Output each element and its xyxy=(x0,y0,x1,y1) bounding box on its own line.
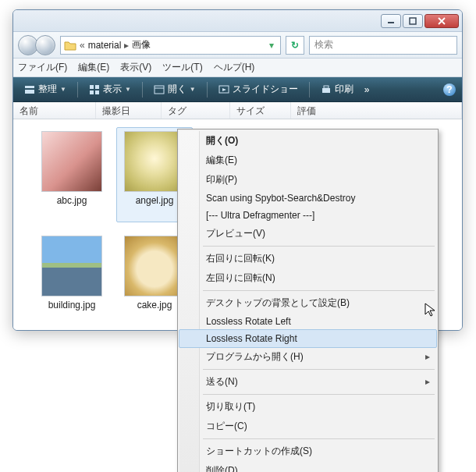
toolbar-separator xyxy=(207,82,208,98)
file-item[interactable]: abc.jpg xyxy=(34,127,110,222)
svg-rect-4 xyxy=(90,85,94,89)
views-icon xyxy=(89,84,100,95)
refresh-icon: ↻ xyxy=(291,40,299,51)
svg-rect-10 xyxy=(322,88,330,93)
nav-row: « material ▸ 画像 ▾ ↻ 検索 xyxy=(13,32,462,59)
views-label: 表示 xyxy=(103,83,122,96)
open-icon xyxy=(154,84,165,95)
column-headers: 名前 撮影日 タグ サイズ 評価 xyxy=(13,102,462,119)
views-button[interactable]: 表示 ▼ xyxy=(84,80,136,99)
breadcrumb-seg1[interactable]: material xyxy=(88,40,122,51)
menu-view[interactable]: 表示(V) xyxy=(120,61,151,74)
ctx-set-background[interactable]: デスクトップの背景として設定(B) xyxy=(179,293,436,313)
svg-rect-5 xyxy=(95,85,99,89)
menu-file[interactable]: ファイル(F) xyxy=(18,61,67,74)
submenu-arrow-icon: ▸ xyxy=(425,376,430,387)
toolbar: 整理 ▼ 表示 ▼ 開く ▼ スライドショー xyxy=(13,77,462,102)
slideshow-button[interactable]: スライドショー xyxy=(214,80,303,99)
toolbar-more[interactable]: » xyxy=(364,84,370,95)
thumbnail xyxy=(41,236,102,296)
thumbnail xyxy=(41,131,102,192)
ctx-spybot[interactable]: Scan using Spybot-Search&Destroy xyxy=(179,190,436,207)
ctx-rotate-ccw[interactable]: 左回りに回転(N) xyxy=(179,268,436,288)
ctx-print[interactable]: 印刷(P) xyxy=(179,170,436,190)
thumbnail xyxy=(124,131,185,192)
file-label: building.jpg xyxy=(48,300,96,311)
ctx-open-with-label: プログラムから開く(H) xyxy=(206,351,304,362)
help-button[interactable]: ? xyxy=(443,83,456,96)
ctx-ultra[interactable]: [--- Ultra Defragmenter ---] xyxy=(179,207,436,224)
submenu-arrow-icon: ▸ xyxy=(425,351,430,362)
ctx-open-with[interactable]: プログラムから開く(H)▸ xyxy=(179,347,436,367)
ctx-lossless-right-label: Lossless Rotate Right xyxy=(206,333,297,344)
organize-icon xyxy=(24,84,35,95)
col-rating[interactable]: 評価 xyxy=(291,102,462,119)
col-tags[interactable]: タグ xyxy=(162,102,230,119)
slideshow-icon xyxy=(218,84,229,95)
search-input[interactable]: 検索 xyxy=(309,36,457,55)
thumbnail xyxy=(124,236,185,296)
minimize-button[interactable] xyxy=(381,14,401,28)
menubar: ファイル(F) 編集(E) 表示(V) ツール(T) ヘルプ(H) xyxy=(13,59,462,77)
ctx-separator xyxy=(203,246,435,247)
ctx-send-to[interactable]: 送る(N)▸ xyxy=(179,372,436,392)
organize-button[interactable]: 整理 ▼ xyxy=(20,80,71,99)
ctx-edit[interactable]: 編集(E) xyxy=(179,151,436,170)
svg-rect-8 xyxy=(155,86,164,94)
print-label: 印刷 xyxy=(335,83,353,96)
chevron-down-icon: ▼ xyxy=(190,86,196,93)
search-placeholder: 検索 xyxy=(314,38,333,51)
svg-rect-3 xyxy=(25,90,34,94)
file-label: cake.jpg xyxy=(137,300,172,311)
ctx-lossless-left[interactable]: Lossless Rotate Left xyxy=(179,313,436,330)
svg-rect-1 xyxy=(410,18,416,24)
maximize-button[interactable] xyxy=(403,14,423,28)
col-name[interactable]: 名前 xyxy=(13,102,96,119)
ctx-rotate-cw[interactable]: 右回りに回転(K) xyxy=(179,249,436,268)
col-date[interactable]: 撮影日 xyxy=(96,102,162,119)
svg-rect-2 xyxy=(25,86,34,88)
open-label: 開く xyxy=(168,83,186,96)
print-button[interactable]: 印刷 xyxy=(316,80,358,99)
titlebar xyxy=(13,10,462,32)
breadcrumb-seg2[interactable]: 画像 xyxy=(132,38,151,51)
ctx-preview[interactable]: プレビュー(V) xyxy=(179,224,436,243)
ctx-cut[interactable]: 切り取り(T) xyxy=(179,397,436,417)
col-size[interactable]: サイズ xyxy=(230,102,291,119)
chevron-down-icon: ▼ xyxy=(125,86,131,93)
refresh-button[interactable]: ↻ xyxy=(286,36,304,55)
folder-icon xyxy=(64,40,76,51)
help-icon: ? xyxy=(446,84,452,95)
nav-forward-icon xyxy=(35,35,55,55)
menu-tool[interactable]: ツール(T) xyxy=(162,61,202,74)
toolbar-separator xyxy=(142,82,143,98)
menu-help[interactable]: ヘルプ(H) xyxy=(214,61,255,74)
ctx-shortcut[interactable]: ショートカットの作成(S) xyxy=(179,442,436,461)
ctx-copy[interactable]: コピー(C) xyxy=(179,417,436,436)
breadcrumb-dropdown[interactable]: ▾ xyxy=(266,40,277,51)
ctx-delete[interactable]: 削除(D) xyxy=(179,461,436,472)
file-label: abc.jpg xyxy=(57,195,87,206)
close-button[interactable] xyxy=(424,14,459,28)
ctx-separator xyxy=(203,394,435,395)
breadcrumb[interactable]: « material ▸ 画像 ▾ xyxy=(60,36,281,55)
breadcrumb-pre: « xyxy=(78,40,87,51)
ctx-separator xyxy=(203,290,435,291)
context-menu: 開く(O) 編集(E) 印刷(P) Scan using Spybot-Sear… xyxy=(177,129,439,472)
ctx-open[interactable]: 開く(O) xyxy=(179,131,436,151)
menu-edit[interactable]: 編集(E) xyxy=(78,61,109,74)
chevron-right-icon: ▸ xyxy=(123,40,130,51)
slideshow-label: スライドショー xyxy=(233,83,298,96)
ctx-lossless-right[interactable]: Lossless Rotate Right xyxy=(179,329,437,348)
chevron-down-icon: ▼ xyxy=(60,86,66,93)
file-item[interactable]: building.jpg xyxy=(34,232,110,327)
organize-label: 整理 xyxy=(38,83,57,96)
ctx-separator xyxy=(203,438,435,439)
ctx-send-to-label: 送る(N) xyxy=(206,376,238,387)
minimize-icon xyxy=(387,17,395,25)
svg-rect-7 xyxy=(95,90,99,94)
ctx-separator xyxy=(203,369,435,370)
open-button[interactable]: 開く ▼ xyxy=(149,80,201,99)
print-icon xyxy=(321,84,332,95)
nav-back-forward[interactable] xyxy=(18,35,55,55)
